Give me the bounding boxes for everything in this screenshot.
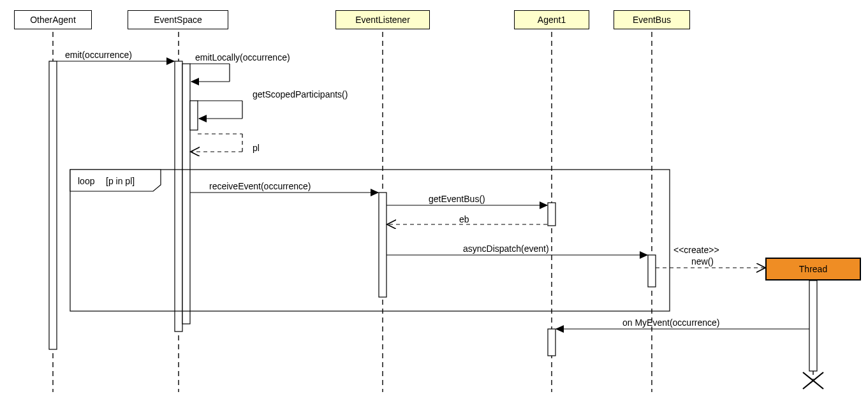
svg-rect-26: [70, 170, 670, 311]
svg-rect-9: [182, 64, 190, 324]
msg-get-scoped-participants: getScopedParticipants(): [253, 89, 348, 99]
svg-rect-14: [548, 329, 555, 356]
svg-rect-12: [548, 203, 555, 226]
msg-async-dispatch: asyncDispatch(event): [463, 244, 549, 254]
loop-guard: [p in pl]: [106, 176, 135, 186]
msg-create-stereotype: <<create>>: [673, 245, 719, 255]
sequence-diagram: OtherAgent EventSpace EventListener Agen…: [0, 0, 868, 401]
msg-receive-event: receiveEvent(occurrence): [209, 181, 311, 191]
participant-event-bus: EventBus: [614, 10, 690, 29]
msg-on-my-event: on MyEvent(occurrence): [622, 317, 720, 328]
loop-operator: loop: [78, 176, 94, 186]
participant-thread: Thread: [765, 258, 861, 281]
participant-agent1: Agent1: [514, 10, 589, 29]
msg-pl-return: pl: [253, 143, 260, 153]
msg-new: new(): [691, 256, 714, 266]
msg-get-event-bus: getEventBus(): [429, 194, 485, 204]
participant-event-listener: EventListener: [335, 10, 430, 29]
svg-rect-10: [190, 101, 198, 130]
participant-other-agent: OtherAgent: [14, 10, 92, 29]
participant-event-space: EventSpace: [128, 10, 228, 29]
msg-emit: emit(occurrence): [65, 50, 132, 60]
svg-rect-13: [648, 255, 656, 287]
svg-rect-7: [49, 61, 57, 349]
svg-rect-11: [379, 193, 386, 297]
msg-eb-return: eb: [459, 214, 469, 224]
svg-rect-8: [175, 61, 182, 332]
msg-emit-locally: emitLocally(occurrence): [195, 52, 290, 62]
svg-rect-15: [809, 281, 817, 371]
